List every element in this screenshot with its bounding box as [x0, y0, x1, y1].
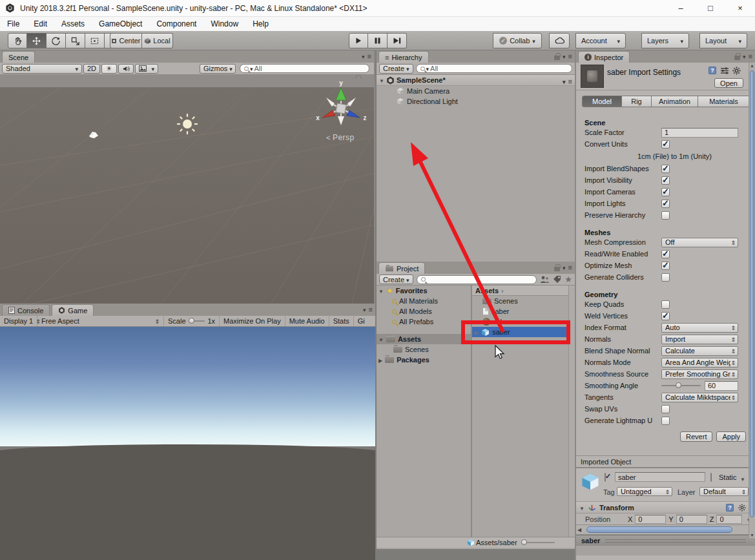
project-create-dropdown[interactable]: Create — [379, 275, 413, 284]
smoothing-angle-slider[interactable] — [661, 385, 701, 386]
hand-tool-button[interactable] — [8, 33, 27, 48]
help-icon[interactable]: ? — [708, 67, 716, 74]
gizmos-dropdown[interactable]: Gizmos — [200, 64, 236, 74]
index-format-dropdown[interactable]: Auto — [661, 323, 738, 333]
project-search-input[interactable] — [417, 275, 537, 284]
blend-shape-normals-dropdown[interactable]: Calculate — [661, 346, 738, 356]
panel-menu-icon[interactable] — [568, 264, 572, 271]
static-checkbox[interactable] — [710, 473, 712, 482]
persp-toggle[interactable]: <Persp — [326, 133, 355, 142]
optimize-mesh-checkbox[interactable] — [661, 262, 670, 270]
generate-colliders-checkbox[interactable] — [661, 273, 670, 282]
handle-local-button[interactable]: Local — [142, 33, 173, 48]
scene-audio-toggle[interactable] — [118, 64, 134, 74]
menu-edit[interactable]: Edit — [26, 17, 54, 31]
expand-triangle-icon[interactable] — [379, 76, 384, 84]
minimize-button[interactable]: – — [666, 0, 696, 17]
position-z-field[interactable]: 0 — [716, 515, 742, 524]
scale-knob[interactable] — [189, 318, 194, 324]
scene-effects-toggle[interactable] — [135, 64, 158, 74]
scene-viewport[interactable]: y x z <Persp — [0, 75, 374, 304]
horizontal-scroll-thumb[interactable] — [586, 526, 732, 533]
thumbnail-zoom-knob[interactable] — [521, 539, 527, 545]
scale-factor-input[interactable]: 1 — [661, 128, 738, 138]
favorites-star-icon[interactable]: ★ — [564, 275, 572, 284]
file-row-saber-material[interactable]: saber — [472, 316, 568, 327]
object-enabled-checkbox[interactable] — [605, 473, 606, 482]
import-visibility-checkbox[interactable] — [661, 176, 670, 185]
mute-audio-toggle[interactable]: Mute Audio — [285, 316, 329, 326]
collapse-triangle-icon[interactable] — [475, 328, 479, 336]
rect-tool-button[interactable] — [85, 33, 105, 48]
hierarchy-scene-row[interactable]: SampleScene* — [377, 75, 575, 86]
directional-light-gizmo-icon[interactable] — [176, 112, 199, 136]
file-row-scenes[interactable]: Scenes — [472, 296, 568, 306]
tab-model[interactable]: Model — [582, 96, 622, 107]
layout-dropdown[interactable]: Layout — [699, 33, 747, 48]
weld-vertices-checkbox[interactable] — [661, 312, 670, 320]
open-button[interactable]: Open — [714, 78, 743, 88]
tree-all-models[interactable]: All Models — [377, 306, 471, 316]
position-x-field[interactable]: 0 — [635, 515, 666, 524]
tree-assets[interactable]: Assets — [377, 334, 471, 344]
tab-animation[interactable]: Animation — [652, 96, 698, 107]
tab-scene[interactable]: Scene — [2, 51, 35, 63]
breadcrumb-label[interactable]: Assets — [475, 287, 499, 295]
panel-menu-caret-icon[interactable] — [362, 52, 365, 60]
import-blendshapes-checkbox[interactable] — [661, 165, 670, 173]
normals-mode-dropdown[interactable]: Area And Angle Weight — [661, 358, 738, 368]
scene-orientation-gizmo[interactable]: y x z — [313, 80, 369, 132]
tab-rig[interactable]: Rig — [622, 96, 652, 107]
preview-header[interactable]: saber — [576, 535, 755, 546]
tree-packages[interactable]: Packages — [377, 355, 471, 365]
menu-file[interactable]: File — [0, 17, 26, 31]
account-dropdown[interactable]: Account — [575, 33, 626, 48]
layers-dropdown[interactable]: Layers — [641, 33, 689, 48]
close-button[interactable]: × — [725, 0, 755, 17]
read-write-checkbox[interactable] — [661, 250, 670, 258]
object-name-field[interactable]: saber — [615, 472, 705, 482]
transform-component-header[interactable]: Transform ? — [576, 502, 755, 513]
layer-dropdown[interactable]: Default — [699, 487, 749, 496]
scroll-up-icon[interactable]: ▲ — [750, 63, 754, 68]
smoothing-angle-knob[interactable] — [676, 382, 681, 388]
collapse-triangle-icon[interactable] — [378, 356, 382, 364]
menu-gameobject[interactable]: GameObject — [92, 17, 149, 31]
display-dropdown[interactable]: Display 1 — [0, 316, 37, 326]
presets-icon[interactable] — [721, 67, 729, 74]
menu-window[interactable]: Window — [203, 17, 245, 31]
inspector-vertical-scrollbar[interactable]: ▲ ▼ — [749, 63, 755, 538]
expand-triangle-icon[interactable] — [378, 287, 384, 295]
move-tool-button[interactable] — [27, 33, 47, 48]
file-row-saber-file[interactable]: saber — [472, 306, 568, 316]
gizmos-toggle-truncated[interactable]: Gi — [354, 316, 369, 326]
panel-menu-caret-icon[interactable] — [743, 52, 746, 60]
panel-menu-icon[interactable] — [749, 52, 752, 60]
menu-component[interactable]: Component — [149, 17, 203, 31]
saber-model-mesh[interactable] — [87, 130, 100, 140]
tag-dropdown[interactable]: Untagged — [617, 487, 672, 496]
tab-inspector[interactable]: iInspector — [578, 51, 630, 63]
menu-help[interactable]: Help — [245, 17, 276, 31]
normals-dropdown[interactable]: Import — [661, 335, 738, 344]
smoothness-source-dropdown[interactable]: Prefer Smoothing Group — [661, 369, 738, 379]
apply-button[interactable]: Apply — [716, 431, 746, 442]
keep-quads-checkbox[interactable] — [661, 300, 670, 309]
preview-drag-handle[interactable] — [605, 539, 746, 543]
hierarchy-search-input[interactable]: All — [416, 64, 572, 73]
gear-icon[interactable] — [732, 67, 741, 75]
step-button[interactable] — [388, 33, 407, 48]
preserve-hierarchy-checkbox[interactable] — [661, 211, 670, 220]
lock-icon[interactable] — [554, 56, 560, 60]
file-row-saber-model[interactable]: saber — [472, 327, 568, 337]
panel-menu-caret-icon[interactable] — [563, 52, 566, 60]
import-cameras-checkbox[interactable] — [661, 188, 670, 196]
expand-triangle-icon[interactable] — [378, 335, 384, 343]
pause-button[interactable] — [368, 33, 388, 48]
rotate-tool-button[interactable] — [47, 33, 66, 48]
hierarchy-item-main-camera[interactable]: Main Camera — [377, 86, 575, 96]
scale-tool-button[interactable] — [66, 33, 85, 48]
cloud-button[interactable] — [549, 33, 570, 48]
aspect-dropdown[interactable]: Free Aspect — [37, 316, 164, 326]
swap-uvs-checkbox[interactable] — [661, 405, 670, 413]
